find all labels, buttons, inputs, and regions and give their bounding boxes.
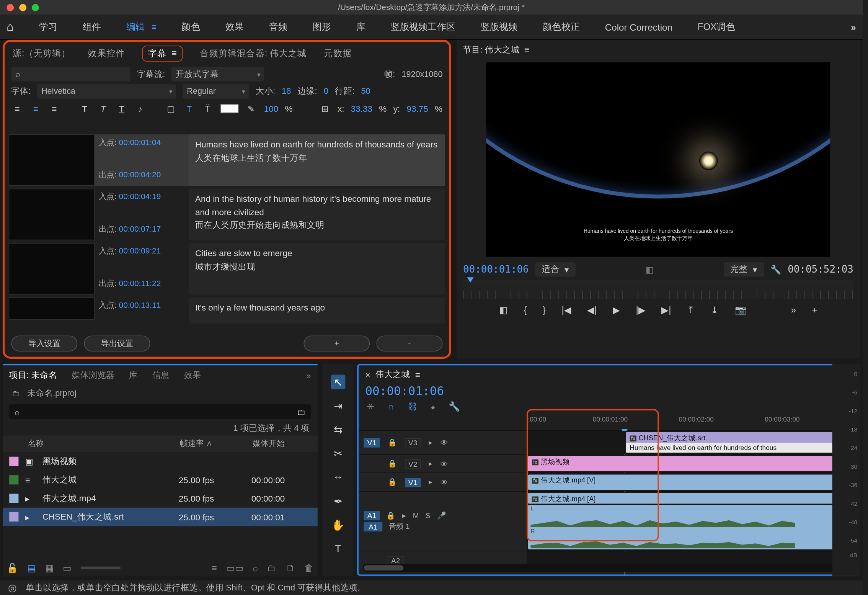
marker-icon[interactable]: ⬥ — [430, 401, 436, 412]
eye-icon[interactable]: 👁 — [441, 438, 448, 446]
bold-icon[interactable]: T — [79, 103, 91, 114]
ws-graphics[interactable]: 图形 — [313, 21, 331, 33]
play-icon[interactable]: ▶ — [613, 304, 620, 315]
project-breadcrumb[interactable]: 未命名.prproj — [27, 388, 77, 399]
tab-captions[interactable]: 字幕 ≡ — [142, 46, 183, 61]
home-icon[interactable]: ⌂ — [7, 20, 14, 34]
zoom-slider[interactable] — [81, 567, 121, 569]
new-item-icon[interactable]: 🗋 — [286, 562, 295, 573]
tab-source[interactable]: 源:（无剪辑） — [13, 47, 71, 59]
ws-color-correction[interactable]: Color Correction — [605, 21, 672, 32]
x-value[interactable]: 33.33 — [351, 104, 372, 114]
col-name[interactable]: 名称 — [28, 438, 180, 449]
tab-libraries[interactable]: 库 — [129, 369, 137, 381]
go-to-out-icon[interactable]: ▶| — [661, 304, 671, 315]
selection-tool-icon[interactable]: ↖ — [331, 374, 345, 389]
ws-libraries[interactable]: 库 — [356, 21, 365, 33]
stream-select[interactable]: 开放式字幕▾ — [172, 67, 264, 82]
export-settings-button[interactable]: 导出设置 — [84, 335, 150, 351]
clip-video[interactable]: fx伟大之城.mp4 [V] — [528, 474, 857, 490]
program-time-ruler[interactable] — [463, 281, 853, 299]
align-center-icon[interactable]: ≡ — [30, 103, 42, 114]
filter-icon[interactable]: 🗀 — [297, 407, 305, 417]
eyedropper-icon[interactable]: ✎ — [245, 103, 257, 114]
clip-audio[interactable]: fx伟大之城.mp4 [A] — [528, 493, 857, 504]
underline-icon[interactable]: T — [116, 103, 128, 114]
settings-icon[interactable]: 🔧 — [770, 265, 781, 275]
tab-media-browser[interactable]: 媒体浏览器 — [72, 369, 114, 381]
track-select-tool-icon[interactable]: ⇥ — [331, 399, 345, 413]
caption-text[interactable]: Humans have lived on earth for hundreds … — [189, 134, 445, 186]
go-to-in-icon[interactable]: |◀ — [561, 304, 571, 315]
align-right-icon[interactable]: ≡ — [48, 103, 60, 114]
ws-fox[interactable]: FOX调色 — [698, 21, 735, 33]
bracket-in-icon[interactable]: { — [524, 304, 527, 315]
bg-toggle-icon[interactable]: ▢ — [165, 103, 176, 114]
label-color-swatch[interactable] — [9, 475, 18, 484]
bracket-out-icon[interactable]: } — [543, 304, 546, 315]
source-patch-a1[interactable]: A1 — [364, 511, 380, 520]
creative-cloud-icon[interactable]: ◎ — [8, 582, 16, 593]
opacity-value[interactable]: 100 — [264, 104, 279, 114]
audio-channel-r[interactable]: R — [528, 528, 857, 549]
ws-learn[interactable]: 学习 — [39, 21, 57, 33]
text-stroke-icon[interactable]: T̈ — [202, 103, 214, 114]
mark-in-icon[interactable]: ◧ — [499, 304, 507, 315]
zoom-level-select[interactable]: 适合▾ — [535, 262, 576, 277]
caption-search-input[interactable]: ⌕ — [11, 67, 130, 82]
align-left-icon[interactable]: ≡ — [11, 103, 23, 114]
col-fps[interactable]: 帧速率 ∧ — [180, 438, 253, 449]
size-value[interactable]: 18 — [282, 87, 291, 96]
weight-select[interactable]: Regular▾ — [183, 84, 249, 99]
overflow-icon[interactable]: » — [306, 370, 311, 380]
track-target-v3[interactable]: V3 — [405, 438, 421, 447]
caption-text[interactable]: It's only a few thousand years ago — [189, 297, 445, 324]
type-tool-icon[interactable]: T — [331, 541, 345, 556]
project-row[interactable]: ≡ 伟大之城 25.00 fps 00:00:00 — [3, 471, 318, 489]
ws-vertical[interactable]: 竖版视频 — [481, 21, 518, 33]
music-note-icon[interactable]: ♪ — [134, 103, 146, 114]
italic-icon[interactable]: T — [97, 103, 109, 114]
list-view-icon[interactable]: ▤ — [27, 562, 36, 573]
solo-button[interactable]: S — [426, 512, 431, 520]
y-value[interactable]: 93.75 — [406, 104, 428, 114]
close-tab-icon[interactable]: × — [365, 369, 370, 379]
add-button[interactable]: + — [812, 304, 817, 315]
lock-icon[interactable]: 🔒 — [388, 478, 397, 486]
label-color-swatch[interactable] — [9, 494, 18, 503]
toggle-output-icon[interactable]: ▸ — [429, 478, 432, 486]
toggle-output-icon[interactable]: ▸ — [402, 511, 406, 520]
clip-black-video[interactable]: fx黑场视频 — [528, 456, 857, 471]
caption-entry[interactable]: 入点: 00:00:13:11 It's only a few thousand… — [8, 297, 445, 324]
resolution-select[interactable]: 完整▾ — [723, 262, 764, 277]
mute-button[interactable]: M — [413, 512, 419, 520]
lock-icon[interactable]: 🔒 — [388, 459, 397, 468]
program-timecode[interactable]: 00:00:01:06 — [463, 263, 529, 275]
panel-menu-icon[interactable]: ≡ — [524, 44, 529, 54]
col-start[interactable]: 媒体开始 — [253, 438, 311, 449]
bin-icon[interactable]: 🗀 — [12, 389, 20, 398]
toggle-output-icon[interactable]: ▸ — [429, 459, 432, 468]
ws-color-correct-cn[interactable]: 颜色校正 — [543, 21, 580, 33]
leading-value[interactable]: 50 — [361, 87, 370, 96]
clip-caption-text[interactable]: Humans have lived on earth for hundreds … — [626, 443, 857, 453]
label-color-swatch[interactable] — [9, 512, 18, 521]
safe-margins-icon[interactable]: ◧ — [646, 265, 654, 275]
panel-menu-icon[interactable]: ≡ — [415, 369, 420, 379]
track-target-v2[interactable]: V2 — [405, 459, 421, 468]
project-row[interactable]: ▣ 黑场视频 — [3, 452, 318, 471]
new-bin-icon[interactable]: 🗀 — [267, 562, 276, 573]
voiceover-icon[interactable]: 🎤 — [437, 511, 446, 520]
horizontal-scrollbar[interactable] — [362, 564, 855, 572]
track-target-v1[interactable]: V1 — [405, 477, 421, 487]
import-settings-button[interactable]: 导入设置 — [11, 335, 77, 351]
track-target-a2[interactable]: A2 — [388, 556, 403, 565]
snap-icon[interactable]: ⚹ — [367, 400, 375, 412]
edge-value[interactable]: 0 — [324, 87, 328, 96]
caption-entry[interactable]: 入点: 00:00:01:04 出点: 00:00:04:20 Humans h… — [8, 134, 445, 186]
step-back-icon[interactable]: ◀| — [587, 304, 597, 315]
icon-view-icon[interactable]: ▦ — [45, 562, 54, 573]
audio-channel-l[interactable]: L — [528, 505, 857, 528]
ws-menu-icon[interactable]: ≡ — [152, 22, 157, 32]
sequence-tab[interactable]: 伟大之城 — [375, 369, 410, 381]
